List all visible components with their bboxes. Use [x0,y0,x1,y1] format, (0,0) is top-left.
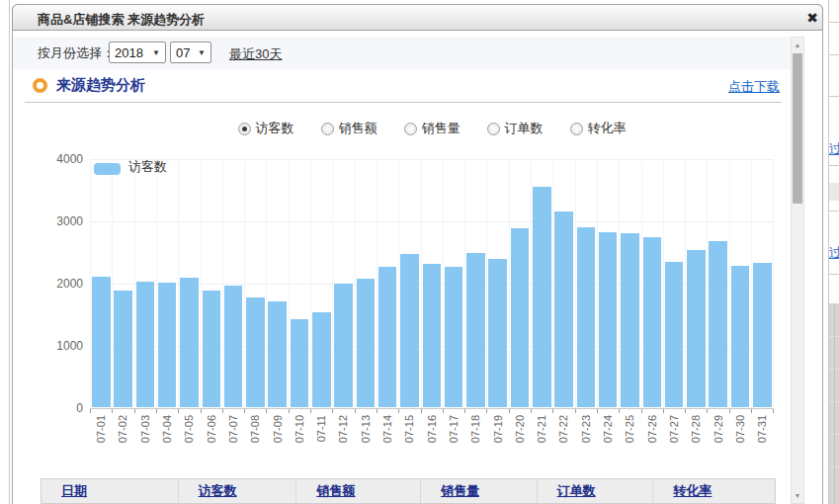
column-header-5[interactable]: 转化率 [653,479,775,503]
column-header-0[interactable]: 日期 [42,479,179,503]
vertical-scrollbar[interactable]: ▲ ▼ [791,37,804,504]
metric-option-label: 访客数 [256,120,294,137]
section-divider [25,102,782,103]
scrollbar-thumb[interactable] [793,53,802,204]
close-icon[interactable]: ✖ [802,8,822,28]
radio-selected-icon[interactable] [238,123,251,135]
background-page-left-edge [9,0,10,504]
metric-option-0[interactable]: 访客数 [238,120,294,137]
chevron-down-icon: ▼ [198,48,206,57]
metric-radio-group: 访客数销售额销售量订单数转化率 [90,119,774,138]
column-header-1[interactable]: 访客数 [179,479,297,503]
month-select-value: 07 [176,45,190,60]
dialog-title: 商品&店铺搜索 来源趋势分析 [38,11,205,29]
legend-label: 访客数 [128,158,167,176]
radio-icon[interactable] [404,123,417,135]
metric-option-4[interactable]: 转化率 [570,120,627,137]
metric-option-label: 销售额 [339,120,378,137]
background-gray-panel [829,303,839,504]
metric-option-1[interactable]: 销售额 [321,120,378,137]
recent-30-days-link[interactable]: 最近30天 [229,45,282,63]
month-select[interactable]: 07 ▼ [170,42,211,63]
month-select-label: 按月份选择： [38,44,115,62]
background-grid-line [829,165,839,166]
background-grid-line [829,274,839,275]
background-page-right-strip: 过 过 [828,0,839,504]
metric-option-label: 销售量 [422,120,461,137]
background-grid-line [829,210,839,211]
chart-legend[interactable]: 访客数 [94,158,167,176]
background-grid-line [829,22,839,23]
data-table-header-row: 日期访客数销售额销售量订单数转化率 [41,478,776,504]
column-header-2[interactable]: 销售额 [296,479,421,503]
background-grid-line [829,54,839,55]
radio-icon[interactable] [487,123,500,135]
metric-option-label: 订单数 [505,120,544,137]
legend-swatch [94,163,121,175]
column-header-3[interactable]: 销售量 [421,479,538,503]
metric-option-2[interactable]: 销售量 [404,120,461,137]
metric-option-label: 转化率 [588,120,627,137]
year-select-value: 2018 [115,45,143,60]
background-partial-link[interactable]: 过 [829,140,839,158]
download-link[interactable]: 点击下载 [728,78,780,96]
year-select[interactable]: 2018 ▼ [109,42,166,63]
x-axis-line [90,408,774,409]
metric-option-3[interactable]: 订单数 [487,120,544,137]
background-grid-line [834,303,835,504]
radio-icon[interactable] [570,123,583,135]
column-header-4[interactable]: 订单数 [538,479,654,503]
background-grid-line [829,96,839,97]
background-row-band [829,183,839,201]
scroll-up-icon[interactable]: ▲ [792,42,803,48]
orange-ring-icon [33,78,47,93]
radio-icon[interactable] [321,123,334,135]
scroll-down-icon[interactable]: ▼ [792,492,803,499]
section-title: 来源趋势分析 [56,76,145,95]
background-partial-link[interactable]: 过 [829,244,839,262]
chevron-down-icon: ▼ [152,48,160,57]
